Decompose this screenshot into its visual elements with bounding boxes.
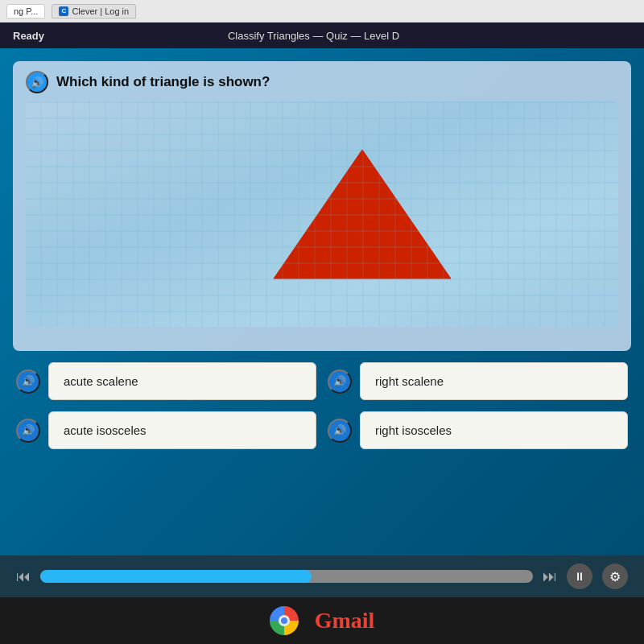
question-speaker-icon: 🔊 (31, 76, 43, 89)
question-header: 🔊 Which kind of triangle is shown? (26, 71, 618, 93)
settings-icon: ⚙ (609, 569, 621, 584)
forward-icon: ⏭ (543, 568, 557, 584)
answer-row-2: 🔊 right scalene (328, 362, 628, 400)
answer-acute-scalene-button[interactable]: acute scalene (48, 362, 316, 400)
answer-row-3: 🔊 acute isosceles (16, 411, 316, 449)
answer-row-4: 🔊 right isosceles (328, 411, 628, 449)
skip-start-icon: ⏮ (16, 568, 31, 584)
answer-3-speaker-button[interactable]: 🔊 (16, 419, 40, 443)
control-bar: ⏮ ⏭ ⏸ ⚙ (0, 555, 644, 597)
clever-icon: C (59, 6, 68, 16)
answer-2-speaker-button[interactable]: 🔊 (328, 369, 352, 394)
answer-row-1: 🔊 acute scalene (16, 362, 316, 400)
answer-1-speaker-icon: 🔊 (22, 375, 35, 387)
wavy-background (26, 101, 618, 327)
tab-clever[interactable]: C Clever | Log in (52, 4, 136, 19)
skip-to-start-button[interactable]: ⏮ (16, 568, 31, 585)
answer-4-speaker-icon: 🔊 (333, 424, 346, 436)
progress-fill (40, 570, 312, 583)
question-speaker-button[interactable]: 🔊 (26, 71, 48, 93)
triangle-display-area (26, 101, 618, 327)
taskbar: Gmail (0, 597, 644, 644)
forward-button[interactable]: ⏭ (543, 568, 557, 585)
answers-grid: 🔊 acute scalene 🔊 right scalene 🔊 acute … (13, 362, 631, 449)
answer-right-scalene-button[interactable]: right scalene (360, 362, 628, 400)
answer-3-speaker-icon: 🔊 (22, 424, 35, 436)
question-text: Which kind of triangle is shown? (56, 74, 270, 90)
main-content: 🔊 Which kind of triangle is shown? 🔊 acu… (0, 48, 644, 555)
question-card: 🔊 Which kind of triangle is shown? (13, 61, 631, 351)
ready-label: Ready (13, 30, 44, 42)
pause-button[interactable]: ⏸ (567, 564, 592, 589)
answer-1-speaker-button[interactable]: 🔊 (16, 369, 40, 394)
chrome-icon[interactable] (270, 606, 299, 635)
progress-bar-container[interactable] (40, 570, 533, 583)
tab-ng[interactable]: ng P... (6, 4, 45, 19)
gmail-icon[interactable]: Gmail (315, 608, 375, 634)
pause-icon: ⏸ (574, 570, 585, 583)
answer-2-speaker-icon: 🔊 (333, 375, 346, 387)
chrome-inner-circle (279, 615, 290, 626)
browser-bar: ng P... C Clever | Log in (0, 0, 644, 23)
quiz-title: Classify Triangles — Quiz — Level D (228, 30, 399, 42)
answer-acute-isosceles-button[interactable]: acute isosceles (48, 411, 316, 449)
answer-right-isosceles-button[interactable]: right isosceles (360, 411, 628, 449)
answer-4-speaker-button[interactable]: 🔊 (328, 419, 352, 443)
settings-button[interactable]: ⚙ (602, 564, 628, 589)
app-header: Ready Classify Triangles — Quiz — Level … (0, 23, 644, 48)
